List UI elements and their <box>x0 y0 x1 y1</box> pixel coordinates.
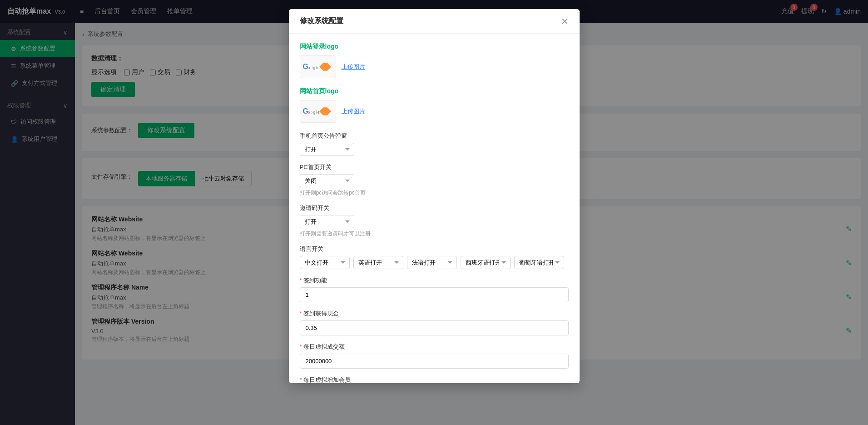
modify-config-modal: 修改系统配置 ✕ 网站登录logo G o o g l e <box>289 9 580 383</box>
pc-switch-hint: 打开则pc访问会跳转pc首页 <box>300 189 569 197</box>
svg-text:e: e <box>317 66 319 70</box>
lang-french-select[interactable]: 法语打开 法语关闭 <box>407 256 457 269</box>
invite-switch-label: 邀请码开关 <box>300 204 569 212</box>
login-logo-preview: G o o g l e <box>300 55 336 78</box>
daily-members-label: 每日虚拟增加会员 <box>300 376 569 383</box>
svg-text:e: e <box>317 110 319 115</box>
modal-field-daily-members: 每日虚拟增加会员 <box>300 376 569 383</box>
modal-close-button[interactable]: ✕ <box>561 17 569 26</box>
home-logo-preview: G o o g l e <box>300 100 336 123</box>
lang-portuguese-select[interactable]: 葡萄牙语打开 葡萄牙语关闭 <box>514 256 564 269</box>
logo-home-svg: G o o g l e <box>302 102 334 120</box>
modal-header: 修改系统配置 ✕ <box>289 9 580 34</box>
svg-text:o: o <box>308 110 310 115</box>
modal-field-sign-feature: 签到功能 <box>300 276 569 302</box>
sign-cash-input[interactable] <box>300 320 569 335</box>
logo-upload-row-home: G o o g l e 上传图片 <box>300 100 569 123</box>
language-selects-row: 中文打开 中文关闭 英语打开 英语关闭 法语打开 法语关闭 西班牙语打开 西班牙… <box>300 256 569 269</box>
svg-text:o: o <box>310 66 312 70</box>
modal-field-pc-switch: PC首页开关 关闭 打开 打开则pc访问会跳转pc首页 <box>300 163 569 197</box>
sign-feature-input[interactable] <box>300 287 569 302</box>
invite-switch-select[interactable]: 打开 关闭 <box>300 215 354 228</box>
svg-text:g: g <box>313 66 315 70</box>
login-logo-title: 网站登录logo <box>300 43 569 51</box>
modal-field-sign-cash: 签到获得现金 <box>300 310 569 335</box>
svg-text:G: G <box>303 107 308 115</box>
lang-spanish-select[interactable]: 西班牙语打开 西班牙语关闭 <box>461 256 511 269</box>
logo-upload-row-login: G o o g l e 上传图片 <box>300 55 569 78</box>
svg-text:o: o <box>310 110 312 115</box>
svg-text:l: l <box>316 66 317 70</box>
daily-trade-label: 每日虚拟成交额 <box>300 343 569 351</box>
invite-switch-hint: 打开则需要邀请码才可以注册 <box>300 230 569 238</box>
home-logo-upload-link[interactable]: 上传图片 <box>342 107 365 115</box>
svg-text:o: o <box>308 66 310 70</box>
modal-section-home-logo: 网站首页logo G o o g l e 上传图片 <box>300 87 569 123</box>
modal-field-daily-trade: 每日虚拟成交额 <box>300 343 569 369</box>
pc-switch-label: PC首页开关 <box>300 163 569 171</box>
lang-english-select[interactable]: 英语打开 英语关闭 <box>353 256 403 269</box>
svg-marker-13 <box>319 107 331 115</box>
modal-section-login-logo: 网站登录logo G o o g l e 上传图片 <box>300 43 569 78</box>
home-logo-title: 网站首页logo <box>300 87 569 95</box>
lang-chinese-select[interactable]: 中文打开 中文关闭 <box>300 256 350 269</box>
svg-text:G: G <box>303 62 308 70</box>
sign-feature-label: 签到功能 <box>300 276 569 285</box>
daily-trade-input[interactable] <box>300 354 569 369</box>
logo-google-svg: G o o g l e <box>302 58 334 76</box>
modal-overlay[interactable]: 修改系统配置 ✕ 网站登录logo G o o g l e <box>0 0 868 425</box>
language-label: 语言开关 <box>300 245 569 253</box>
mobile-popup-label: 手机首页公告弹窗 <box>300 132 569 140</box>
login-logo-upload-link[interactable]: 上传图片 <box>342 63 365 71</box>
modal-field-language: 语言开关 中文打开 中文关闭 英语打开 英语关闭 法语打开 法语关闭 <box>300 245 569 269</box>
svg-text:l: l <box>316 110 317 115</box>
mobile-popup-select[interactable]: 打开 关闭 <box>300 143 354 156</box>
modal-field-invite-switch: 邀请码开关 打开 关闭 打开则需要邀请码才可以注册 <box>300 204 569 238</box>
modal-title: 修改系统配置 <box>300 16 343 26</box>
sign-cash-label: 签到获得现金 <box>300 310 569 318</box>
svg-marker-6 <box>319 63 331 71</box>
modal-body: 网站登录logo G o o g l e 上传图片 <box>289 34 580 383</box>
pc-switch-select[interactable]: 关闭 打开 <box>300 174 354 187</box>
svg-text:g: g <box>313 110 315 115</box>
modal-field-mobile-popup: 手机首页公告弹窗 打开 关闭 <box>300 132 569 156</box>
